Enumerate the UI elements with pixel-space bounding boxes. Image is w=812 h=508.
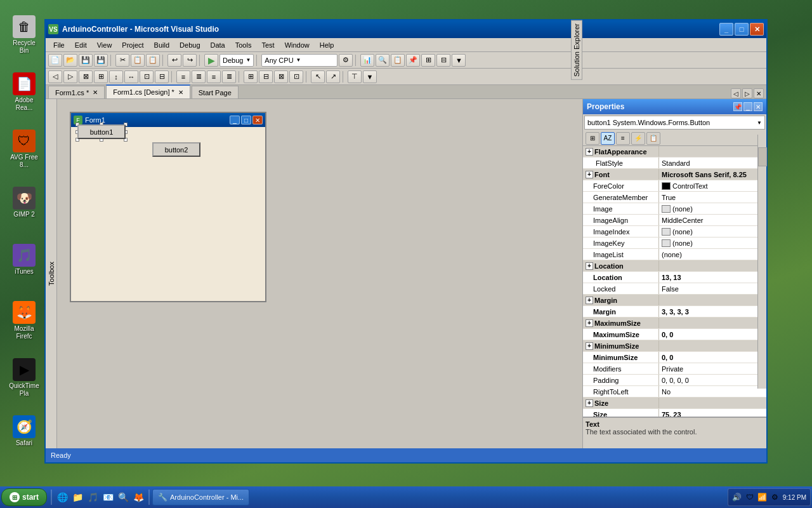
tb2-12[interactable]: ≣	[222, 70, 236, 83]
tab-form1-cs[interactable]: Form1.cs * ✕	[48, 86, 105, 98]
tb2-11[interactable]: ≡	[207, 70, 221, 83]
close-button[interactable]: ✕	[750, 23, 764, 36]
tray-icon-3[interactable]: 📶	[757, 492, 768, 502]
taskbar-icon-extra1[interactable]: 📧	[102, 491, 114, 504]
expand-maxsize[interactable]: +	[586, 319, 593, 327]
tb-platform-dropdown[interactable]: Any CPU ▼	[261, 54, 337, 67]
maximize-button[interactable]: □	[735, 23, 749, 36]
minimize-button[interactable]: _	[719, 23, 733, 36]
tb-save[interactable]: 💾	[79, 54, 93, 67]
props-object-dropdown[interactable]: button1 System.Windows.Forms.Button ▼	[584, 116, 765, 130]
props-events-button[interactable]: ⚡	[631, 132, 645, 145]
tray-icon-2[interactable]: 🛡	[745, 492, 755, 502]
taskbar-icon-media[interactable]: 🎵	[86, 491, 99, 504]
expand-location[interactable]: +	[586, 262, 593, 270]
expand-font[interactable]: +	[586, 171, 593, 178]
tb-start[interactable]: ▶	[204, 54, 218, 67]
tb2-2[interactable]: ▷	[63, 70, 77, 83]
taskbar-icon-folder[interactable]: 📁	[71, 491, 84, 504]
desktop-icon-itunes[interactable]: 🎵 iTunes	[5, 241, 43, 278]
tb-open[interactable]: 📂	[63, 54, 77, 67]
desktop-icon-gimp[interactable]: 🐶 GIMP 2	[5, 184, 43, 221]
expand-minsize[interactable]: +	[586, 342, 593, 350]
tab-start-page[interactable]: Start Page	[192, 86, 239, 98]
tb-extra-2[interactable]: 🔍	[376, 54, 390, 67]
expand-flatappearance[interactable]: +	[586, 148, 593, 156]
tb2-1[interactable]: ◁	[48, 70, 62, 83]
desktop-icon-recycle-bin[interactable]: 🗑 Recycle Bin	[5, 13, 43, 57]
tb-extra-7[interactable]: ▼	[452, 54, 466, 67]
taskbar-icon-extra3[interactable]: 🦊	[132, 491, 145, 504]
menu-tools[interactable]: Tools	[230, 40, 257, 50]
taskbar-icon-ie[interactable]: 🌐	[56, 491, 69, 504]
tb-platform-btn[interactable]: ⚙	[339, 54, 353, 67]
props-scrollbar[interactable]	[757, 135, 766, 389]
tb2-8[interactable]: ⊟	[155, 70, 169, 83]
tray-icon-4[interactable]: ⚙	[770, 492, 780, 502]
props-alphabetical-button[interactable]: AZ	[601, 132, 615, 145]
form-maximize-button[interactable]: □	[241, 116, 251, 124]
form-close-button[interactable]: ✕	[252, 116, 263, 124]
expand-size[interactable]: +	[586, 399, 593, 407]
tb2-4[interactable]: ⊞	[94, 70, 108, 83]
tab-scroll-left[interactable]: ◁	[731, 88, 741, 98]
tb2-7[interactable]: ⊡	[140, 70, 154, 83]
tb2-10[interactable]: ≣	[192, 70, 206, 83]
tb-extra-4[interactable]: 📌	[406, 54, 420, 67]
tb-save-all[interactable]: 💾	[94, 54, 108, 67]
tb2-5[interactable]: ↕	[109, 70, 123, 83]
menu-help[interactable]: Help	[315, 40, 339, 50]
tb2-14[interactable]: ⊟	[259, 70, 273, 83]
desktop-icon-safari[interactable]: 🧭 Safari	[5, 413, 43, 450]
tb-extra-6[interactable]: ⊟	[436, 54, 450, 67]
tb2-9[interactable]: ≡	[176, 70, 190, 83]
tb-cut[interactable]: ✂	[115, 54, 129, 67]
tb-extra-5[interactable]: ⊞	[421, 54, 435, 67]
tb2-17[interactable]: ↖	[311, 70, 325, 83]
tray-icon-1[interactable]: 🔊	[732, 492, 742, 502]
menu-file[interactable]: File	[48, 40, 70, 50]
menu-test[interactable]: Test	[256, 40, 279, 50]
menu-project[interactable]: Project	[117, 40, 148, 50]
tab-close-2[interactable]: ✕	[178, 89, 183, 96]
menu-debug[interactable]: Debug	[174, 40, 205, 50]
menu-view[interactable]: View	[92, 40, 117, 50]
tb2-20[interactable]: ▼	[363, 70, 377, 83]
menu-build[interactable]: Build	[149, 40, 174, 50]
tb-extra-3[interactable]: 📋	[391, 54, 405, 67]
props-categorized-button[interactable]: ⊞	[586, 132, 599, 145]
menu-data[interactable]: Data	[206, 40, 230, 50]
tb-paste[interactable]: 📋	[146, 54, 160, 67]
form-minimize-button[interactable]: _	[230, 116, 240, 124]
tab-form1-design[interactable]: Form1.cs [Design] * ✕	[106, 84, 190, 98]
props-scroll-thumb[interactable]	[758, 147, 766, 166]
taskbar-vs-button[interactable]: 🔧 ArduinoController - Mi...	[152, 489, 249, 505]
tb-undo[interactable]: ↩	[167, 54, 181, 67]
button2[interactable]: button2	[152, 142, 200, 157]
button1[interactable]: button1	[77, 124, 126, 139]
menu-window[interactable]: Window	[280, 40, 315, 50]
start-button[interactable]: ⊞ start	[1, 488, 47, 506]
tb2-15[interactable]: ⊠	[274, 70, 288, 83]
expand-margin[interactable]: +	[586, 297, 593, 304]
tb-redo[interactable]: ↪	[183, 54, 197, 67]
tb2-18[interactable]: ↗	[326, 70, 340, 83]
tab-close-1[interactable]: ✕	[93, 89, 98, 96]
tb-copy[interactable]: 📋	[131, 54, 145, 67]
desktop-icon-adobe[interactable]: 📄 Adobe Rea...	[5, 70, 43, 114]
props-pin-button[interactable]: 📌	[733, 102, 742, 111]
props-minimize-button[interactable]: _	[743, 102, 752, 111]
tb2-3[interactable]: ⊠	[79, 70, 93, 83]
taskbar-icon-extra2[interactable]: 🔍	[117, 491, 129, 504]
toolbox-sidebar[interactable]: Toolbox	[46, 99, 57, 448]
props-propertypage-button[interactable]: 📋	[646, 132, 660, 145]
tb-new[interactable]: 📄	[48, 54, 62, 67]
menu-edit[interactable]: Edit	[70, 40, 92, 50]
props-properties-button[interactable]: ≡	[616, 132, 630, 145]
desktop-icon-firefox[interactable]: 🦊 Mozilla Firefc	[5, 298, 43, 343]
desktop-icon-avg[interactable]: 🛡 AVG Free 8...	[5, 127, 43, 171]
tb2-16[interactable]: ⊡	[289, 70, 303, 83]
tb2-6[interactable]: ↔	[124, 70, 138, 83]
tb2-19[interactable]: ⊤	[348, 70, 362, 83]
desktop-icon-quicktime[interactable]: ▶ QuickTime Pla	[5, 356, 43, 400]
